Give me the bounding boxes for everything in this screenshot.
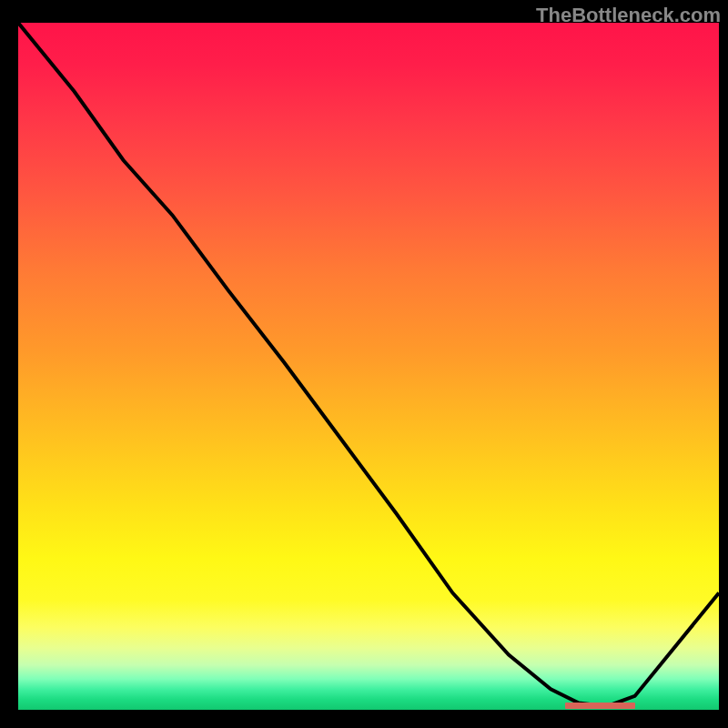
plot-area	[18, 23, 719, 710]
curve-svg	[18, 23, 719, 710]
bottleneck-marker	[565, 703, 635, 709]
curve-line	[18, 23, 719, 706]
watermark-text: TheBottleneck.com	[536, 4, 721, 27]
chart-container: TheBottleneck.com	[0, 0, 728, 728]
